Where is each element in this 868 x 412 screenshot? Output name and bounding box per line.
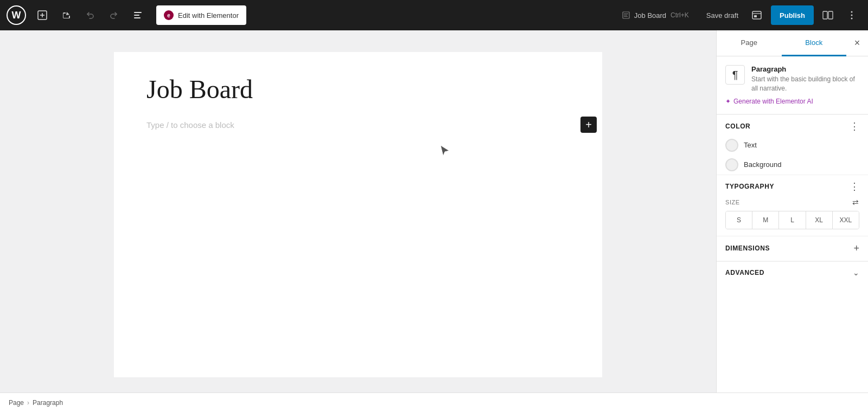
- add-block-inline-button[interactable]: +: [580, 117, 597, 133]
- svg-point-15: [851, 11, 853, 13]
- svg-rect-14: [828, 11, 833, 19]
- right-panel: Page Block × ¶ Paragraph Start with the …: [716, 30, 868, 392]
- svg-rect-13: [823, 11, 827, 19]
- advanced-section-title: Advanced: [725, 269, 764, 276]
- page-title: Job Board: [146, 74, 570, 105]
- color-more-options[interactable]: ⋮: [850, 121, 859, 131]
- breadcrumb-separator: ›: [27, 399, 29, 407]
- view-mode-button[interactable]: [747, 5, 767, 25]
- dimensions-section-title: Dimensions: [725, 244, 770, 252]
- redo-button[interactable]: [104, 5, 124, 25]
- size-s-button[interactable]: S: [726, 211, 752, 229]
- edit-with-elementor-button[interactable]: e Edit with Elementor: [156, 5, 246, 25]
- svg-rect-12: [754, 15, 757, 17]
- toolbar-right-actions: Save draft Publish: [702, 5, 861, 25]
- breadcrumb-page[interactable]: Page: [9, 399, 24, 407]
- size-m-button[interactable]: M: [752, 211, 779, 229]
- add-block-toolbar-button[interactable]: [33, 5, 52, 25]
- dimensions-section: Dimensions +: [717, 236, 868, 261]
- paragraph-info: Paragraph Start with the basic building …: [751, 65, 859, 93]
- editor-canvas[interactable]: Job Board Type / to choose a block +: [0, 30, 716, 392]
- size-xl-button[interactable]: XL: [806, 211, 833, 229]
- generate-with-elementor-link[interactable]: ✦ Generate with Elementor AI: [725, 98, 859, 105]
- color-section-header: Color ⋮: [717, 115, 868, 136]
- dimensions-section-header: Dimensions +: [717, 236, 868, 261]
- text-color-label: Text: [744, 141, 757, 149]
- color-section-title: Color: [725, 123, 750, 130]
- svg-point-16: [851, 15, 853, 16]
- typography-section: Typography ⋮ SIZE ⇄ S M L XL XXL: [717, 175, 868, 236]
- advanced-section: Advanced ⌄: [717, 262, 868, 284]
- cursor-indicator: [439, 144, 450, 159]
- typography-size-section: SIZE ⇄ S M L XL XXL: [717, 196, 868, 236]
- tab-block[interactable]: Block: [782, 30, 847, 56]
- page-content: Job Board Type / to choose a block +: [114, 52, 602, 377]
- typography-section-header: Typography ⋮: [717, 175, 868, 196]
- typography-more-options[interactable]: ⋮: [850, 182, 859, 191]
- post-icon: [622, 11, 630, 19]
- color-background-row[interactable]: Background: [717, 155, 868, 175]
- background-color-swatch[interactable]: [725, 158, 738, 171]
- main-toolbar: W e Edit with Elementor Job Board Ctrl+K…: [0, 0, 868, 30]
- dimensions-add-button[interactable]: +: [853, 243, 859, 254]
- panel-tabs: Page Block ×: [717, 30, 868, 56]
- size-label: SIZE ⇄: [725, 198, 859, 207]
- more-options-button[interactable]: [842, 5, 861, 25]
- block-info-section: ¶ Paragraph Start with the basic buildin…: [717, 56, 868, 114]
- color-text-row[interactable]: Text: [717, 136, 868, 155]
- save-draft-button[interactable]: Save draft: [702, 11, 743, 20]
- breadcrumb-bar: Page › Paragraph: [0, 392, 868, 412]
- publish-button[interactable]: Publish: [771, 5, 814, 25]
- svg-point-17: [851, 18, 853, 20]
- size-adjust-icon[interactable]: ⇄: [852, 198, 859, 207]
- text-color-swatch[interactable]: [725, 139, 738, 152]
- undo-button[interactable]: [80, 5, 100, 25]
- size-button-group: S M L XL XXL: [725, 211, 859, 229]
- size-l-button[interactable]: L: [779, 211, 806, 229]
- block-placeholder-area[interactable]: Type / to choose a block +: [146, 116, 570, 134]
- svg-rect-5: [134, 17, 141, 18]
- block-type-description: Start with the basic building block of a…: [751, 75, 859, 93]
- tab-page[interactable]: Page: [717, 30, 782, 56]
- background-color-label: Background: [744, 160, 781, 169]
- block-type-title: Paragraph: [751, 65, 859, 73]
- breadcrumb-current[interactable]: Paragraph: [33, 399, 63, 407]
- typography-section-title: Typography: [725, 183, 774, 190]
- svg-rect-4: [134, 15, 139, 16]
- size-xxl-button[interactable]: XXL: [833, 211, 859, 229]
- advanced-section-header[interactable]: Advanced ⌄: [717, 262, 868, 284]
- color-section: Color ⋮ Text Background: [717, 115, 868, 175]
- document-overview-button[interactable]: [128, 5, 148, 25]
- settings-panel-toggle[interactable]: [818, 5, 838, 25]
- svg-rect-3: [134, 12, 142, 13]
- panel-close-button[interactable]: ×: [846, 30, 868, 56]
- paragraph-block-icon: ¶: [725, 65, 745, 85]
- elementor-icon: e: [164, 10, 174, 20]
- wp-logo[interactable]: W: [7, 5, 26, 25]
- svg-rect-10: [752, 11, 761, 19]
- advanced-chevron-icon: ⌄: [853, 268, 859, 277]
- edit-tools-button[interactable]: [56, 5, 76, 25]
- command-palette-area[interactable]: Job Board Ctrl+K: [614, 11, 698, 20]
- generate-ai-icon: ✦: [725, 98, 731, 105]
- main-area: Job Board Type / to choose a block + Pag…: [0, 30, 868, 392]
